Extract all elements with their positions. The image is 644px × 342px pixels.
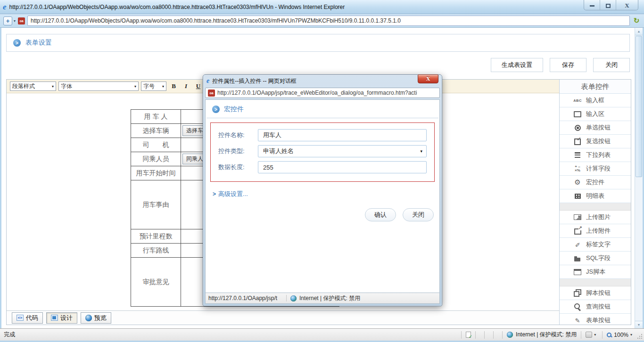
table-row-label[interactable]: 选择车辆 — [131, 124, 181, 138]
sidebar-item-label: 表单按钮 — [586, 316, 611, 325]
scrollbar-thumb[interactable] — [636, 36, 642, 177]
security-report-icon[interactable] — [586, 332, 592, 338]
sidebar-item-form-button[interactable]: 表单按钮 — [560, 314, 631, 325]
control-name-input[interactable] — [258, 129, 427, 141]
sidebar-item-label: 标签文字 — [586, 240, 611, 249]
sidebar-item-dropdown-list[interactable]: 下拉列表 — [560, 148, 631, 162]
table-row-label[interactable]: 同乘人员 — [131, 152, 181, 166]
dialog-status-url: http://127.0.0.1/OAapp/jsp/t — [206, 295, 287, 301]
table-row-label[interactable]: 用车开始时间 — [131, 166, 181, 180]
window-titlebar: e http://127.0.0.1/OAapp/WebObjects/OAap… — [0, 0, 644, 14]
sidebar-item-label: SQL字段 — [586, 254, 611, 262]
sidebar-item-label: 复选按钮 — [586, 137, 611, 146]
sidebar-item-label: 下拉列表 — [586, 151, 611, 159]
favorites-dropdown-icon[interactable]: ▾ — [14, 19, 16, 23]
refresh-icon[interactable]: ↻ — [632, 16, 641, 25]
table-row-label[interactable]: 用 车 人 — [131, 110, 181, 124]
url-input[interactable] — [27, 16, 630, 26]
arrow-bullet-icon — [212, 106, 220, 113]
font-dropdown[interactable]: 字体▾ — [58, 81, 139, 91]
font-size-label: 字号 — [143, 82, 155, 90]
scroll-up-icon[interactable]: ▲ — [635, 28, 643, 35]
field-row: 数据长度: — [218, 161, 427, 173]
radio-icon — [573, 124, 582, 131]
dialog-buttons: 确认 关闭 — [211, 208, 434, 221]
arrow-bullet-icon — [13, 39, 21, 47]
sidebar-item-textarea[interactable]: 输入区 — [560, 107, 631, 121]
copy-icon — [573, 289, 582, 297]
sidebar-item-label: 明细表 — [586, 192, 604, 200]
sidebar-item-label: 计算字段 — [586, 164, 611, 173]
table-row-label[interactable]: 用车事由 — [131, 180, 181, 229]
table-row-label[interactable]: 预计里程数 — [131, 229, 181, 244]
sidebar-separator — [560, 279, 631, 286]
zoom-level[interactable]: 100% — [614, 332, 628, 338]
tab-preview[interactable]: 预览 — [81, 312, 111, 324]
italic-button[interactable]: I — [181, 81, 191, 91]
sidebar-item-js-script[interactable]: JS脚本 — [560, 265, 631, 279]
maximize-button[interactable] — [600, 0, 616, 10]
dialog-close-button[interactable]: X — [418, 74, 438, 83]
address-bar: + ▾ oa ↻ — [0, 14, 644, 28]
dialog-close-action-button[interactable]: 关闭 — [403, 208, 434, 221]
data-length-input[interactable] — [258, 161, 427, 173]
attachment-icon — [573, 227, 582, 235]
advanced-settings-link[interactable]: > 高级设置... — [213, 190, 439, 198]
confirm-button[interactable]: 确认 — [365, 208, 396, 221]
scroll-down-icon[interactable]: ▼ — [635, 321, 643, 328]
bold-button[interactable]: B — [169, 81, 179, 91]
paragraph-style-dropdown[interactable]: 段落样式▾ — [10, 81, 56, 91]
sidebar-item-query-button[interactable]: 查询按钮 — [560, 300, 631, 314]
ie-page-icon: e — [206, 77, 209, 85]
sidebar-item-script-button[interactable]: 脚本按钮 — [560, 286, 631, 300]
image-icon — [573, 213, 582, 221]
status-bar: 完成 Internet | 保护模式: 禁用 ▾ 100% ▾ — [0, 328, 644, 341]
control-type-select[interactable]: 申请人姓名 ▾ — [258, 145, 427, 157]
code-icon — [17, 315, 24, 321]
chevron-down-icon: ▾ — [134, 84, 136, 89]
sidebar-item-sql-field[interactable]: SQL字段 — [560, 252, 631, 265]
table-row-label[interactable]: 司 机 — [131, 138, 181, 152]
sidebar-item-detail-table[interactable]: 明细表 — [560, 189, 631, 203]
dialog-titlebar: e 控件属性--插入控件 -- 网页对话框 X — [205, 75, 440, 87]
table-row-label[interactable]: 行车路线 — [131, 244, 181, 258]
sidebar-item-input-box[interactable]: 输入框 — [560, 94, 631, 107]
resize-grip[interactable] — [637, 334, 643, 339]
font-size-dropdown[interactable]: 字号▾ — [141, 81, 166, 91]
favorites-add-icon[interactable]: + — [3, 16, 12, 25]
dialog-section-title: 宏控件 — [224, 105, 244, 114]
minimize-button[interactable] — [584, 0, 600, 10]
globe-icon — [85, 315, 92, 321]
search-icon — [573, 303, 582, 310]
site-icon: oa — [18, 17, 25, 24]
table-row-label[interactable]: 审批意见 — [131, 258, 181, 307]
sidebar-item-radio[interactable]: 单选按钮 — [560, 121, 631, 135]
tab-design[interactable]: 设计 — [46, 312, 77, 324]
window-controls: X — [584, 0, 638, 10]
sidebar-item-upload-image[interactable]: 上传图片 — [560, 211, 631, 224]
page-header: 表单设置 — [6, 34, 630, 52]
tab-code[interactable]: 代码 — [12, 312, 43, 324]
sidebar-item-macro-control[interactable]: 宏控件 — [560, 176, 631, 189]
field-row: 控件名称: — [218, 129, 427, 141]
grid-icon — [573, 192, 582, 200]
sidebar-item-label: JS脚本 — [586, 268, 605, 276]
close-page-button[interactable]: 关闭 — [593, 58, 630, 72]
save-button[interactable]: 保存 — [550, 58, 586, 72]
close-button[interactable]: X — [616, 0, 638, 10]
sidebar-item-checkbox[interactable]: 复选按钮 — [560, 135, 631, 148]
dialog-status-zone: Internet | 保护模式: 禁用 — [299, 294, 360, 302]
underline-button[interactable]: U — [193, 81, 203, 91]
zoom-icon[interactable] — [607, 333, 611, 337]
sidebar-item-calc-field[interactable]: 计算字段 — [560, 162, 631, 176]
generate-table-button[interactable]: 生成表设置 — [491, 58, 543, 72]
sidebar-item-upload-attachment[interactable]: 上传附件 — [560, 224, 631, 238]
chevron-down-icon[interactable]: ▾ — [630, 333, 632, 337]
script-icon — [573, 268, 582, 276]
controls-sidebar: 表单控件 输入框 输入区 单选按钮 复选按钮 下拉列表 计算字段 宏控件 明细表… — [559, 80, 631, 325]
chevron-down-icon: ▾ — [420, 149, 422, 154]
dialog-url: http://127.0.0.1/OAapp/jsp/trace_eWebEdi… — [217, 90, 417, 96]
chevron-down-icon[interactable]: ▾ — [594, 333, 596, 337]
vertical-scrollbar[interactable]: ▲ ▼ — [635, 28, 643, 328]
sidebar-item-label-text[interactable]: 标签文字 — [560, 238, 631, 252]
